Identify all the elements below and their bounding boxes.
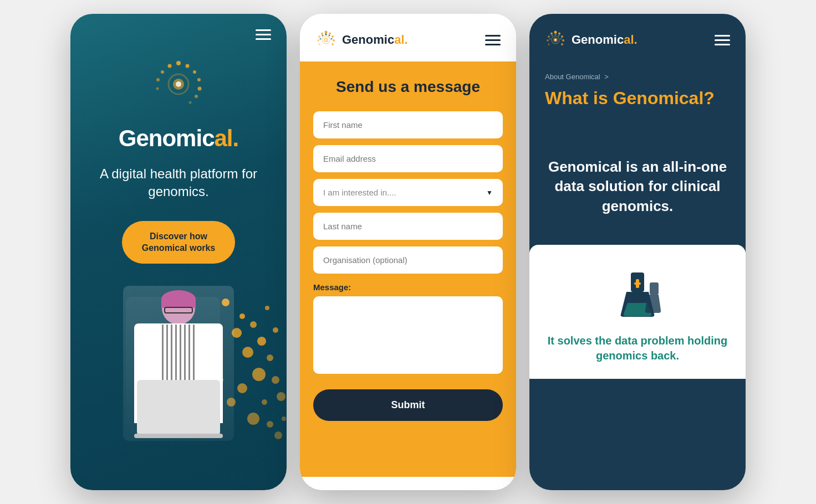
svg-point-59 (325, 39, 327, 41)
phone1-person (70, 286, 287, 441)
svg-point-52 (325, 33, 327, 35)
phone3-logo: Genomical. (545, 29, 638, 50)
organisation-input[interactable] (313, 246, 503, 274)
svg-point-11 (177, 67, 180, 70)
svg-point-39 (274, 431, 282, 439)
svg-point-69 (554, 33, 557, 35)
phone1-tagline: A digital health platform for genomics. (87, 165, 270, 201)
phone2-navbar: Genomical. (300, 14, 516, 61)
interest-select[interactable]: I am interested in.... ▼ (313, 179, 503, 206)
svg-point-37 (267, 421, 273, 428)
svg-point-10 (156, 88, 159, 90)
card-tagline: It solves the data problem holding genom… (545, 333, 730, 363)
hamburger-menu-1[interactable] (256, 29, 271, 40)
phone-3: Genomical. About Genomical > What is Gen… (529, 14, 746, 490)
phones-container: Genomical. A digital health platform for… (70, 14, 746, 490)
svg-point-15 (192, 89, 194, 91)
phone-2: Genomical. Send us a message I am intere… (300, 14, 516, 490)
phone2-logo: Genomical. (315, 29, 408, 50)
svg-point-9 (156, 78, 160, 81)
phone1-brand: Genomical. (119, 125, 238, 152)
svg-point-38 (282, 416, 286, 421)
svg-point-54 (331, 38, 333, 40)
svg-point-72 (552, 35, 553, 37)
brand-suffix: al. (215, 125, 239, 151)
svg-point-71 (560, 38, 562, 40)
svg-point-49 (318, 35, 320, 38)
logo-circle-1 (151, 56, 206, 114)
message-label: Message: (313, 282, 503, 292)
svg-point-48 (321, 33, 323, 35)
phone-1: Genomical. A digital health platform for… (70, 14, 287, 490)
svg-point-55 (322, 35, 324, 37)
svg-point-64 (561, 43, 563, 45)
svg-point-43 (325, 31, 328, 34)
svg-point-47 (332, 43, 334, 45)
svg-point-30 (267, 354, 273, 361)
svg-point-25 (250, 321, 257, 328)
phone3-upper: About Genomical > What is Genomical? (529, 61, 746, 142)
phone3-navbar: Genomical. (529, 14, 746, 61)
svg-point-60 (554, 31, 557, 34)
hamburger-menu-2[interactable] (485, 35, 501, 45)
svg-point-65 (550, 33, 553, 35)
discover-button[interactable]: Discover how Genomical works (122, 221, 236, 264)
svg-point-4 (198, 87, 202, 91)
page-title: What is Genomical? (545, 88, 730, 109)
svg-point-34 (262, 399, 267, 405)
svg-point-6 (189, 101, 192, 104)
dropdown-arrow: ▼ (486, 189, 493, 197)
svg-point-28 (273, 327, 278, 333)
svg-point-18 (162, 81, 164, 84)
submit-button[interactable]: Submit (313, 389, 503, 421)
breadcrumb-chevron: > (604, 73, 609, 81)
svg-point-70 (558, 35, 560, 37)
phone1-content: Genomical. A digital health platform for… (70, 45, 287, 280)
phone2-form-container: Send us a message I am interested in....… (300, 61, 516, 477)
form-title: Send us a message (313, 78, 503, 96)
hamburger-menu-3[interactable] (715, 35, 730, 45)
svg-point-5 (195, 95, 198, 98)
svg-point-68 (548, 44, 550, 45)
last-name-input[interactable] (313, 213, 503, 240)
svg-point-67 (547, 39, 549, 42)
svg-point-3 (197, 78, 201, 81)
svg-rect-80 (650, 282, 659, 295)
phone3-brand: Genomical. (572, 33, 638, 47)
svg-point-62 (561, 35, 563, 38)
phone1-navbar (70, 14, 287, 45)
svg-point-2 (193, 70, 196, 74)
svg-point-45 (332, 35, 334, 38)
svg-point-51 (319, 44, 320, 45)
svg-point-32 (272, 376, 279, 384)
first-name-input[interactable] (313, 111, 503, 138)
svg-point-56 (320, 38, 322, 40)
description-text: Genomical is an all-in-one data solution… (545, 157, 730, 215)
svg-point-16 (170, 70, 173, 73)
email-input[interactable] (313, 145, 503, 172)
svg-point-0 (176, 61, 181, 65)
svg-point-63 (562, 39, 564, 42)
svg-point-44 (329, 33, 331, 35)
white-card: It solves the data problem holding genom… (529, 245, 746, 379)
svg-point-26 (265, 306, 269, 310)
svg-point-12 (185, 70, 187, 73)
svg-point-17 (165, 75, 167, 77)
svg-point-61 (558, 33, 560, 35)
message-textarea[interactable] (313, 296, 503, 374)
svg-point-35 (277, 392, 285, 401)
svg-point-46 (333, 39, 335, 42)
svg-rect-79 (636, 279, 639, 288)
svg-point-21 (176, 81, 181, 87)
svg-point-29 (242, 347, 253, 358)
svg-point-27 (257, 337, 266, 346)
svg-point-36 (247, 413, 259, 425)
svg-point-50 (317, 39, 319, 42)
svg-point-31 (252, 368, 266, 381)
phone2-brand: Genomical. (342, 33, 408, 47)
breadcrumb: About Genomical > (545, 73, 730, 81)
svg-point-1 (186, 64, 190, 68)
svg-point-53 (329, 35, 330, 37)
svg-point-13 (190, 75, 193, 78)
svg-point-14 (193, 81, 196, 84)
